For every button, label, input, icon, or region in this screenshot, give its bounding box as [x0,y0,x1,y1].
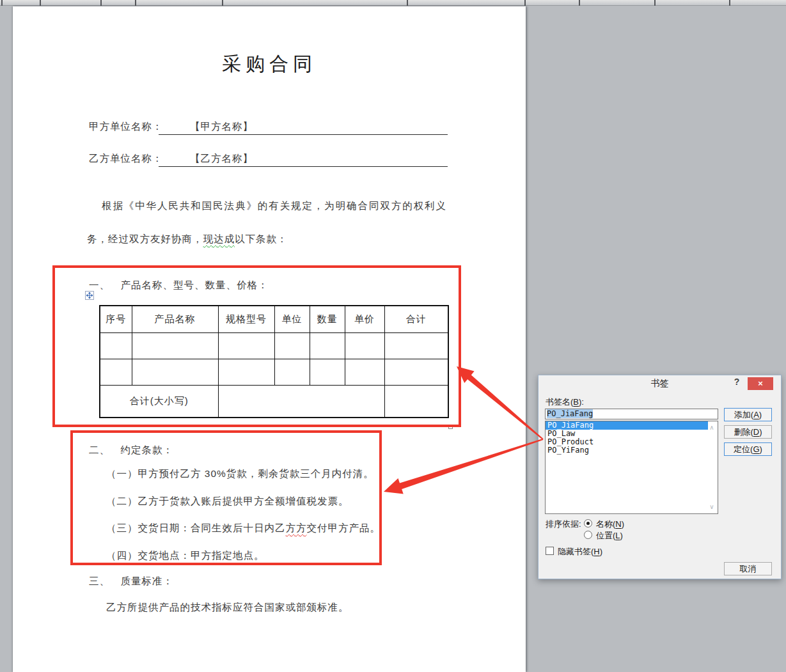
party-b-label: 乙方单位名称： [89,152,163,166]
annotation-box-terms-section [70,430,382,565]
ribbon-bottom-strip [0,0,786,6]
add-button[interactable]: 添加(A) [724,408,772,421]
bookmark-name-label: 书签名(B): [546,396,584,408]
sort-by-position-radio[interactable] [584,531,592,539]
bookmark-name-input[interactable]: PO_JiaFang [545,409,718,419]
sort-by-label: 排序依据: [546,519,581,530]
party-a-value: 【甲方名称】 [159,120,253,134]
intro-spellcheck-word: 现达成 [203,233,235,244]
section3-body: 乙方所提供产品的技术指标应符合国家或部颁标准。 [106,601,349,614]
intro-post: 以下条款： [235,233,288,244]
party-b-underline: 【乙方名称】 [159,152,448,167]
hidden-bookmarks-label: 隐藏书签(H) [558,546,602,558]
help-icon[interactable]: ? [730,377,743,389]
party-b-value: 【乙方名称】 [159,152,253,166]
hidden-bookmarks-checkbox[interactable] [546,547,554,555]
section3-heading: 三、 质量标准： [89,575,173,588]
input-selected-text: PO_JiaFang [547,409,593,418]
bookmark-dialog: 书签 ? × 书签名(B): PO_JiaFang PO_JiaFang PO_… [538,375,782,579]
sort-by-name-radio[interactable] [584,519,592,527]
dialog-title: 书签 [538,378,781,389]
party-a-label: 甲方单位名称： [89,120,163,134]
contract-title: 采购合同 [13,51,526,77]
close-icon[interactable]: × [748,377,773,390]
scroll-down-icon[interactable]: ∨ [707,503,716,511]
bookmark-list[interactable]: PO_JiaFang PO_Law PO_Product PO_YiFang ∧… [545,421,718,514]
bookmark-list-item[interactable]: PO_YiFang [546,446,708,455]
scroll-up-icon[interactable]: ∧ [707,424,716,432]
sort-by-position-label: 位置(L) [596,530,623,542]
delete-button[interactable]: 删除(D) [724,425,772,439]
annotation-box-product-section [52,265,461,427]
cancel-button[interactable]: 取消 [724,562,772,575]
word-window: 采购合同 甲方单位名称： 【甲方名称】 乙方单位名称： 【乙方名称】 根据《中华… [0,0,786,672]
intro-paragraph: 根据《中华人民共和国民法典》的有关规定，为明确合同双方的权利义务，经过双方友好协… [87,189,446,256]
goto-button[interactable]: 定位(G) [724,442,772,456]
party-a-underline: 【甲方名称】 [159,120,448,135]
sort-by-name-label: 名称(N) [596,519,624,530]
